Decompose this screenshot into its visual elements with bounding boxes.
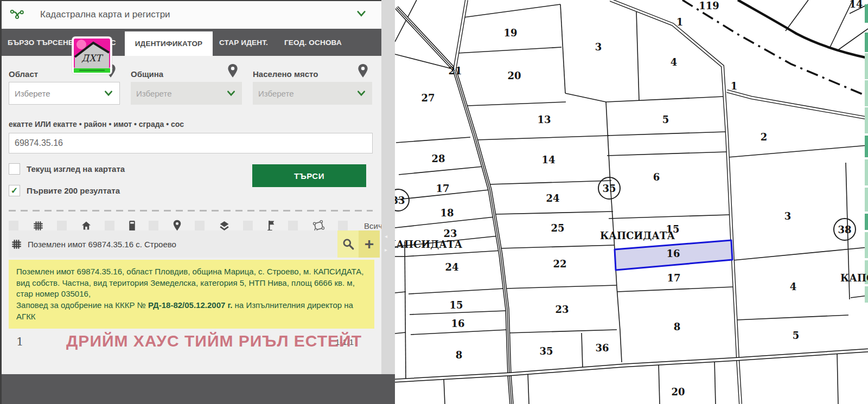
parcel-label: 23 bbox=[443, 228, 457, 239]
watermark-text: ДРИЙМ ХАУС ТИЙМ РИЪЛ ЕСТЕЙТ bbox=[66, 332, 362, 350]
watermark-logo: ДХТ bbox=[72, 37, 112, 74]
parcel-label: 3 bbox=[784, 210, 792, 222]
parcel-label: КАПСИДАТА bbox=[840, 272, 868, 284]
parcel-label: 19 bbox=[503, 27, 517, 39]
plus-icon: + bbox=[365, 236, 374, 252]
layer-checkbox[interactable] bbox=[195, 221, 205, 230]
search-icon bbox=[342, 238, 355, 251]
layer-checkbox[interactable] bbox=[288, 221, 298, 230]
panel-splitter[interactable]: ◂ ▸ bbox=[381, 0, 395, 404]
settlement-label: Населено място bbox=[253, 69, 318, 79]
parcel-label: 15 bbox=[449, 299, 463, 311]
parcel-label: 22 bbox=[553, 258, 566, 270]
parcel-label: 20 bbox=[671, 386, 685, 397]
legend-strip bbox=[865, 4, 868, 303]
polygon-icon[interactable] bbox=[312, 220, 325, 232]
order-number: РД-18-82/05.12.2007 г. bbox=[148, 300, 232, 310]
current-view-checkbox-row[interactable]: Текущ изглед на картата bbox=[9, 163, 125, 175]
parcel-label: 27 bbox=[421, 92, 435, 104]
parcel-label: 16 bbox=[666, 248, 680, 259]
parcel-label: 18 bbox=[440, 207, 454, 219]
layer-filter-toolbar: Всички bbox=[9, 220, 373, 232]
parcel-label: 23 bbox=[555, 304, 569, 315]
identifier-input[interactable] bbox=[9, 133, 373, 153]
parcel-label: 28 bbox=[431, 153, 445, 164]
parcel-label: 14 bbox=[849, 0, 863, 10]
layer-checkbox[interactable] bbox=[9, 221, 18, 230]
parcel-label: КАПСИДАТА bbox=[395, 239, 462, 250]
layer-checkbox[interactable] bbox=[243, 221, 253, 230]
parcel-label: 17 bbox=[436, 183, 449, 194]
search-button[interactable]: ТЪРСИ bbox=[252, 164, 366, 187]
first-results-checkbox-row[interactable]: ✓ Първите 200 резултата bbox=[9, 185, 120, 196]
tab-old-identifier[interactable]: СТАР ИДЕНТ. bbox=[219, 29, 268, 56]
cadastral-map[interactable]: 193411191420212713512281417246182523153К… bbox=[395, 0, 868, 404]
parcel-label: 16 bbox=[451, 318, 464, 329]
parcel-label: 13 bbox=[537, 114, 551, 125]
grid-parcel-icon[interactable] bbox=[33, 220, 44, 232]
chevron-down-icon bbox=[220, 90, 242, 97]
parcel-label: 24 bbox=[546, 193, 559, 204]
parcel-order-text: Заповед за одобрение на КККР № РД-18-82/… bbox=[16, 300, 367, 322]
pagination-row: 1 1-1/1 ДРИЙМ ХАУС ТИЙМ РИЪЛ ЕСТЕЙТ bbox=[9, 331, 380, 358]
page-number[interactable]: 1 bbox=[16, 335, 23, 348]
building-icon[interactable] bbox=[129, 220, 136, 232]
parcel-label: 25 bbox=[551, 222, 564, 234]
parcel-label: КАПСИДАТА bbox=[600, 230, 675, 241]
map-pin-icon bbox=[357, 63, 369, 81]
result-row[interactable]: Поземлен имот 69874.35.16 с. Строево + bbox=[9, 230, 380, 258]
layer-checkbox[interactable] bbox=[338, 221, 348, 230]
chevron-down-icon[interactable] bbox=[356, 10, 366, 20]
branch-icon bbox=[10, 8, 24, 22]
panel-header: Кадастрална карта и регистри bbox=[0, 0, 381, 29]
tab-identifier[interactable]: ИДЕНТИФИКАТОР bbox=[125, 31, 213, 56]
parcel-label: 8 bbox=[456, 349, 463, 361]
result-row-text: Поземлен имот 69874.35.16 с. Строево bbox=[28, 240, 176, 249]
parcel-label: 4 bbox=[671, 56, 678, 68]
parcel-details-box: Поземлен имот 69874.35.16, област Пловди… bbox=[9, 260, 374, 329]
layers-icon[interactable] bbox=[219, 220, 230, 232]
map-background bbox=[395, 0, 868, 404]
parcel-label: 1 bbox=[731, 80, 738, 92]
footer-bar bbox=[0, 374, 395, 404]
settlement-select-value: Изберете bbox=[253, 89, 350, 98]
chevron-down-icon bbox=[350, 90, 372, 97]
current-view-label: Текущ изглед на картата bbox=[27, 164, 125, 174]
municipality-select[interactable]: Изберете bbox=[131, 82, 242, 105]
search-panel: Кадастрална карта и регистри БЪРЗО ТЪРСЕ… bbox=[0, 0, 381, 404]
layer-checkbox[interactable] bbox=[149, 221, 158, 230]
flag-icon[interactable] bbox=[267, 220, 275, 232]
circled-parcel-label: 38 bbox=[838, 224, 851, 235]
parcel-label: 21 bbox=[448, 65, 462, 76]
collapse-right-icon[interactable]: ▸ bbox=[385, 247, 387, 253]
parcel-label: 5 bbox=[793, 330, 800, 341]
checkbox-checked[interactable]: ✓ bbox=[9, 185, 20, 196]
house-icon[interactable] bbox=[81, 220, 92, 231]
map-pin-icon[interactable] bbox=[173, 220, 182, 232]
parcel-label: 20 bbox=[507, 70, 521, 81]
parcel-label: 5 bbox=[662, 114, 669, 125]
layer-checkbox[interactable] bbox=[57, 221, 67, 230]
municipality-label: Община bbox=[131, 69, 163, 79]
circled-parcel-label: 33 bbox=[395, 195, 405, 206]
results-section: Поземлен имот 69874.35.16 с. Строево + П… bbox=[9, 230, 380, 358]
map-area[interactable]: 193411191420212713512281417246182523153К… bbox=[395, 0, 868, 404]
tab-quick-search[interactable]: БЪРЗО ТЪРСЕНЕ bbox=[8, 29, 73, 56]
add-result-button[interactable]: + bbox=[359, 230, 380, 258]
ekatte-hint-label: екатте ИЛИ екатте • район • имот • сград… bbox=[9, 120, 373, 129]
circled-parcel-label: 35 bbox=[602, 183, 616, 194]
region-select[interactable]: Изберете bbox=[9, 82, 120, 105]
zoom-to-result-button[interactable] bbox=[337, 230, 359, 258]
layer-checkbox[interactable] bbox=[105, 221, 114, 230]
settlement-select[interactable]: Изберете bbox=[253, 82, 372, 105]
check-icon: ✓ bbox=[11, 185, 18, 196]
parcel-label: 1 bbox=[676, 16, 684, 28]
grid-parcel-icon bbox=[11, 239, 22, 250]
logo-text: ДХТ bbox=[81, 53, 104, 63]
parcel-label: 3 bbox=[595, 41, 602, 53]
collapse-left-icon[interactable]: ◂ bbox=[385, 233, 387, 239]
tab-geodesic-base[interactable]: ГЕОД. ОСНОВА bbox=[284, 29, 342, 56]
search-form: Област Изберете Община bbox=[0, 56, 381, 232]
parcel-details-text: Поземлен имот 69874.35.16, област Пловди… bbox=[16, 266, 367, 300]
checkbox-unchecked[interactable] bbox=[9, 163, 20, 175]
